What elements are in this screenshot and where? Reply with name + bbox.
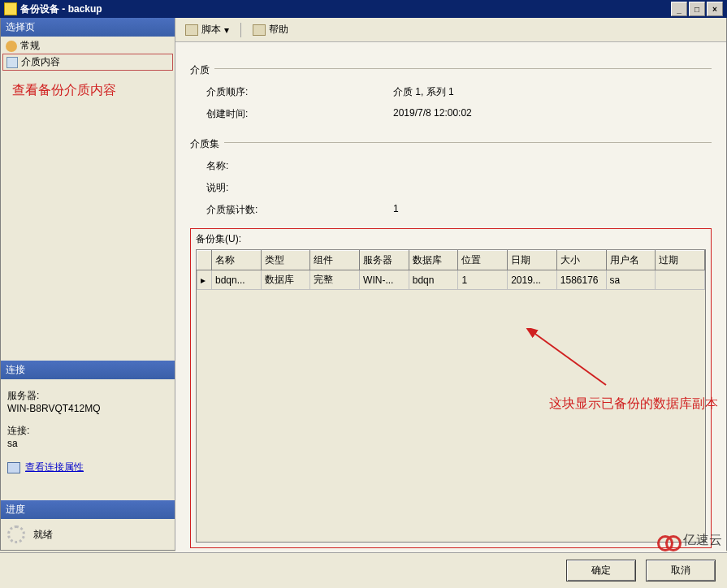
progress-status: 就绪 (33, 528, 53, 542)
conn-value: sa (7, 438, 168, 449)
media-order-label: 介质顺序: (206, 85, 393, 99)
cell-position: 1 (458, 270, 508, 290)
grid-header-row: 名称 类型 组件 服务器 数据库 位置 日期 大小 用户名 过期 (197, 251, 705, 270)
cancel-button[interactable]: 取消 (646, 560, 716, 582)
main-content: 介质 介质顺序: 介质 1, 系列 1 创建时间: 2019/7/8 12:00… (175, 42, 726, 556)
title-bar: 备份设备 - backup _ □ × (0, 0, 727, 18)
link-text: 查看连接属性 (25, 460, 84, 474)
script-label: 脚本 (201, 23, 221, 37)
mediaset-family-value: 1 (393, 203, 712, 217)
cell-type: 数据库 (261, 270, 310, 290)
cell-user: sa (606, 270, 656, 290)
row-selector[interactable]: ▸ (197, 270, 212, 290)
content-area: 选择页 常规 介质内容 查看备份介质内容 连接 服务器: WIN-B8RVQT4… (0, 18, 727, 551)
watermark-icon (657, 534, 680, 548)
mediaset-desc-label: 说明: (206, 181, 393, 195)
col-user[interactable]: 用户名 (606, 251, 656, 270)
cell-database: bdqn (409, 270, 458, 290)
col-component[interactable]: 组件 (310, 251, 360, 270)
media-order-value: 介质 1, 系列 1 (393, 85, 712, 99)
help-icon (253, 24, 266, 36)
window-title: 备份设备 - backup (20, 2, 671, 16)
col-name[interactable]: 名称 (212, 251, 262, 270)
connection-header: 连接 (1, 361, 175, 379)
conn-label: 连接: (7, 424, 168, 438)
spinner-icon (7, 525, 25, 543)
media-section-label: 介质 (190, 63, 210, 77)
mediaset-desc-value (393, 181, 712, 195)
left-panel: 选择页 常规 介质内容 查看备份介质内容 连接 服务器: WIN-B8RVQT4… (1, 18, 175, 550)
gear-icon (6, 41, 17, 52)
mediaset-name-label: 名称: (206, 159, 393, 173)
toolbar-separator (240, 23, 241, 37)
script-button[interactable]: 脚本 ▾ (180, 21, 234, 38)
cell-size: 1586176 (556, 270, 606, 290)
backupset-box: 备份集(U): 名称 类型 组件 服务器 数据库 位置 (190, 228, 712, 548)
maximize-button[interactable]: □ (689, 2, 705, 16)
col-server[interactable]: 服务器 (360, 251, 409, 270)
corner-cell (197, 251, 212, 270)
chevron-down-icon: ▾ (224, 24, 229, 36)
cell-server: WIN-... (360, 270, 409, 290)
right-panel: 脚本 ▾ 帮助 介质 介质顺序: 介质 1, 系列 1 创建时间: (175, 18, 726, 550)
sidebar-item-general[interactable]: 常规 (2, 38, 173, 54)
help-button[interactable]: 帮助 (248, 21, 293, 38)
col-database[interactable]: 数据库 (409, 251, 458, 270)
media-created-label: 创建时间: (206, 107, 393, 121)
dialog-button-bar: 确定 取消 (0, 552, 727, 588)
cell-component: 完整 (310, 270, 360, 290)
cell-date: 2019... (508, 270, 557, 290)
properties-icon (7, 462, 20, 473)
col-type[interactable]: 类型 (261, 251, 310, 270)
view-connection-properties-link[interactable]: 查看连接属性 (7, 460, 168, 474)
watermark-text: 亿速云 (683, 532, 722, 549)
document-icon (6, 57, 18, 68)
backupset-label: 备份集(U): (196, 232, 706, 246)
page-tree: 常规 介质内容 (1, 37, 175, 72)
sidebar-item-media-content[interactable]: 介质内容 (2, 54, 173, 71)
table-row[interactable]: ▸ bdqn... 数据库 完整 WIN-... bdqn 1 2019... … (197, 270, 705, 290)
script-icon (185, 24, 198, 36)
server-label: 服务器: (7, 389, 168, 403)
server-value: WIN-B8RVQT412MQ (7, 403, 168, 414)
watermark: 亿速云 (657, 532, 722, 549)
toolbar: 脚本 ▾ 帮助 (175, 18, 726, 42)
sidebar-item-label: 常规 (20, 39, 40, 53)
mediaset-section-label: 介质集 (190, 137, 219, 151)
app-icon (4, 2, 17, 15)
select-page-header: 选择页 (1, 18, 175, 37)
col-position[interactable]: 位置 (458, 251, 508, 270)
minimize-button[interactable]: _ (671, 2, 687, 16)
progress-header: 进度 (1, 500, 175, 519)
ok-button[interactable]: 确定 (566, 560, 636, 582)
help-label: 帮助 (269, 23, 288, 37)
col-expire[interactable]: 过期 (656, 251, 705, 270)
grid-empty-area (197, 290, 705, 542)
window-buttons: _ □ × (671, 2, 723, 16)
connection-section: 服务器: WIN-B8RVQT412MQ 连接: sa 查看连接属性 (1, 379, 175, 479)
col-size[interactable]: 大小 (556, 251, 606, 270)
mediaset-name-value (393, 159, 712, 173)
media-created-value: 2019/7/8 12:00:02 (393, 107, 712, 121)
col-date[interactable]: 日期 (508, 251, 557, 270)
mediaset-family-label: 介质簇计数: (206, 203, 393, 217)
progress-row: 就绪 (1, 519, 175, 550)
close-button[interactable]: × (707, 2, 723, 16)
annotation-view-media: 查看备份介质内容 (1, 72, 175, 109)
sidebar-item-label: 介质内容 (21, 55, 60, 69)
annotation-backup-copy: 这块显示已备份的数据库副本 (549, 396, 718, 413)
cell-expire (656, 270, 705, 290)
cell-name: bdqn... (212, 270, 262, 290)
